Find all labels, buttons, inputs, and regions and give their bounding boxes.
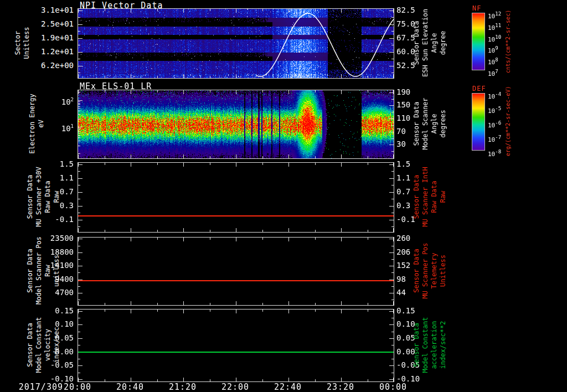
tick-mark (131, 238, 131, 241)
tick-mark (389, 164, 394, 165)
tick-mark (157, 238, 158, 240)
tick-mark (183, 74, 184, 78)
colorbar2 (472, 93, 485, 151)
tick-mark (391, 99, 394, 100)
tick-mark (183, 228, 184, 232)
ytick-label: 4700 (55, 288, 74, 297)
tick-mark (78, 101, 80, 102)
tick-mark (131, 378, 131, 381)
tick-mark (78, 66, 83, 66)
tick-mark (389, 52, 394, 53)
ytick-label: 98 (396, 275, 406, 283)
tick-mark (391, 246, 394, 246)
tick-mark (262, 9, 263, 11)
panel4-left-tick-labels: 23500188001410094004700 (0, 237, 75, 305)
tick-mark (78, 111, 80, 111)
tick-mark (391, 17, 394, 18)
tick-mark (183, 378, 184, 381)
tick-mark (210, 76, 210, 78)
tick-mark (315, 76, 316, 78)
tick-mark (78, 45, 80, 45)
tick-mark (78, 228, 79, 232)
tick-mark (391, 199, 394, 199)
ytick-label: 1.5 (60, 159, 74, 168)
tick-mark (183, 310, 184, 313)
tick-mark (315, 379, 316, 381)
npi-spectrogram-canvas (78, 9, 394, 78)
tick-mark (391, 318, 394, 318)
ytick-label: 23500 (50, 234, 74, 243)
tick-mark (78, 272, 80, 273)
tick-mark (78, 24, 83, 25)
tick-mark (391, 125, 394, 126)
tick-mark (391, 171, 394, 172)
tick-mark (105, 303, 105, 305)
tick-mark (389, 338, 394, 339)
tick-mark (78, 127, 83, 127)
tick-mark (391, 259, 394, 260)
tick-mark (368, 230, 368, 232)
tick-mark (78, 239, 83, 239)
panel1-right-axis-label: Sensor Data ESH Sun Elevation Angle degr… (412, 8, 447, 78)
time-tick-label: 20:00 (58, 382, 97, 392)
tick-mark (78, 153, 80, 154)
tick-mark (78, 259, 80, 260)
tick-mark (78, 133, 80, 133)
tick-mark (315, 163, 316, 165)
tick-mark (391, 138, 394, 139)
tick-mark (389, 118, 394, 119)
tick-mark (183, 163, 184, 167)
ytick-label: 150 (396, 100, 410, 109)
colorbar1-unit-label: cnts/(cm**2-sr-sec) (505, 7, 511, 76)
tick-mark (78, 338, 83, 339)
panel1-plot-area (78, 8, 394, 79)
ytick-label: -0.05 (50, 360, 74, 369)
tick-mark (391, 359, 394, 359)
tick-mark (78, 108, 80, 109)
tick-mark (157, 9, 158, 11)
tick-mark (389, 132, 394, 132)
ytick-label: 6.2e+00 (41, 61, 74, 70)
ytick-label: 0.3 (60, 201, 74, 210)
tick-mark (391, 31, 394, 32)
ytick-label: 44 (396, 288, 406, 297)
tick-mark (288, 163, 289, 167)
tick-mark (78, 135, 80, 136)
tick-mark (389, 145, 394, 145)
plot-page: NPI Vector Data Sector Unitless 3.1e+012… (0, 0, 567, 392)
tick-mark (393, 74, 394, 78)
tick-mark (78, 379, 83, 380)
tick-mark (210, 9, 210, 11)
colorbar-tick-label: 10-5 (488, 104, 501, 113)
els-spectrogram-canvas (78, 90, 394, 158)
tick-mark (368, 9, 368, 11)
tick-mark (288, 310, 289, 313)
tick-mark (341, 228, 342, 232)
tick-mark (236, 378, 236, 381)
tick-mark (210, 238, 210, 240)
tick-mark (391, 300, 394, 300)
panel5-left-tick-labels: 0.150.100.050.00-0.05-0.10 (0, 309, 75, 381)
tick-mark (131, 301, 131, 305)
tick-mark (262, 90, 263, 92)
ytick-label: 0.10 (55, 319, 74, 328)
tick-mark (341, 9, 342, 13)
ytick-label: 14100 (50, 261, 74, 270)
tick-mark (78, 220, 83, 220)
tick-mark (131, 310, 131, 313)
panel4-plot-area (78, 237, 394, 306)
tick-mark (78, 92, 80, 92)
tick-mark (78, 311, 83, 312)
panel2-right-axis-label: Sensor Data Model Scanner Angle degrees (412, 90, 447, 158)
time-tick-label: 22:00 (216, 382, 255, 392)
tick-mark (78, 31, 80, 32)
tick-mark (341, 163, 342, 167)
tick-mark (393, 154, 394, 158)
tick-mark (210, 303, 210, 305)
colorbar1-title: NF (472, 4, 481, 12)
panel4-right-axis-label: Sensor Data MU Scanner Pos Telemetry Uni… (412, 237, 447, 305)
tick-mark (315, 230, 316, 232)
tick-mark (315, 310, 316, 312)
tick-mark (389, 252, 394, 253)
colorbar-tick-label: 1010 (488, 33, 501, 42)
